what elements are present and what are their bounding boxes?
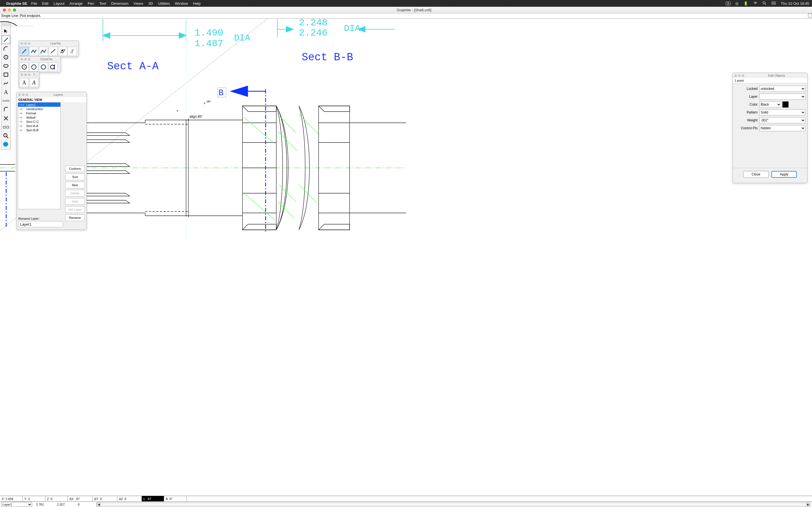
svg-line-41	[278, 131, 297, 151]
text-palette-title[interactable]: T…	[32, 73, 39, 76]
layers-delete-button[interactable]: Delete	[65, 190, 85, 196]
dim2-value-b: 2.246	[299, 27, 327, 38]
line-multi-tool[interactable]	[39, 47, 48, 56]
line-tool[interactable]	[2, 36, 10, 44]
line-palette: LineTia	[18, 41, 79, 57]
select-tool[interactable]	[2, 27, 10, 35]
layers-rename-button[interactable]: Rename	[65, 214, 85, 221]
line-single-tool[interactable]	[20, 47, 29, 56]
window-title: Graphite - [Shaft.vc6]	[16, 8, 406, 12]
view3d-tool[interactable]	[2, 140, 10, 149]
line-palette-title[interactable]: LineTia	[32, 42, 79, 45]
toolbox-grip[interactable]	[1, 23, 10, 26]
svg-point-68	[5, 57, 6, 58]
menu-text[interactable]: Text	[99, 1, 106, 6]
cursor-align-text: align:45°	[190, 115, 203, 119]
circle-palette: CircleTia	[18, 56, 61, 73]
circle-center-tool[interactable]	[20, 62, 29, 71]
auto-tool[interactable]: AUTO	[2, 97, 10, 105]
svg-point-93	[31, 66, 32, 68]
spline-tool[interactable]	[2, 79, 10, 88]
minimize-window-icon[interactable]	[8, 8, 11, 11]
svg-rect-73	[3, 126, 5, 128]
macos-menubar: Graphite SE File Edit Layout Arrange Pen…	[0, 0, 406, 7]
circle-tool[interactable]	[2, 53, 10, 61]
main-toolbox: A AUTO +	[1, 22, 11, 150]
layer-row-sect-aa[interactable]: ◅Sect A-A	[18, 124, 60, 128]
layers-sort-button[interactable]: Sort	[65, 173, 85, 180]
layer-row-format[interactable]: ◅Format	[18, 111, 60, 115]
line-connected-tool[interactable]	[29, 47, 38, 56]
line-construction-tool[interactable]	[68, 47, 77, 56]
text-italic-tool[interactable]: A	[29, 78, 38, 87]
svg-marker-52	[319, 224, 350, 230]
rename-layer-label: Rename Layer:	[18, 217, 63, 220]
menu-views[interactable]: Views	[133, 1, 143, 6]
section-b-label: Sect B-B	[302, 51, 353, 63]
layer-row-sect-cc[interactable]: ◅Sect C-C	[18, 119, 60, 124]
circle-tangent-tool[interactable]	[49, 62, 57, 71]
menu-pen[interactable]: Pen	[88, 1, 94, 6]
text-normal-tool[interactable]: A	[20, 78, 29, 87]
menu-dimension[interactable]: Dimension	[111, 1, 128, 6]
menu-3d[interactable]: 3D	[148, 1, 153, 6]
line-parallel-tool[interactable]	[58, 47, 67, 56]
cursor-snap-on: on	[207, 100, 210, 103]
trim-tool[interactable]	[2, 114, 10, 122]
svg-rect-70	[4, 73, 8, 76]
layers-heading: GENERAL VIEW	[17, 97, 87, 102]
layers-panel: Layers GENERAL VIEW ◅✓Layer1 ◅constructi…	[16, 92, 87, 230]
fillet-tool[interactable]	[2, 105, 10, 114]
dim1-label: DIA	[234, 33, 250, 43]
circle-3point-tool[interactable]	[39, 62, 48, 71]
svg-line-39	[244, 193, 275, 220]
layers-list[interactable]: ◅✓Layer1 ◅construction ◅Format ◅default …	[18, 102, 61, 209]
section-b-arrow-label: B	[218, 88, 223, 98]
layers-hide-button[interactable]: Hide	[65, 198, 85, 205]
layers-new-button[interactable]: New	[65, 182, 85, 188]
svg-point-96	[41, 65, 42, 66]
app-name[interactable]: Graphite SE	[6, 1, 27, 6]
offset-tool[interactable]	[2, 123, 10, 131]
circle-diameter-tool[interactable]	[29, 62, 38, 71]
menu-edit[interactable]: Edit	[42, 1, 48, 6]
ellipse-tool[interactable]	[2, 62, 10, 70]
menu-utilities[interactable]: Utilities	[158, 1, 170, 6]
menu-file[interactable]: File	[31, 1, 37, 6]
text-palette: T… A A	[18, 72, 40, 88]
layer-row-sect-bb[interactable]: ◅Sect B-B	[18, 128, 60, 132]
svg-point-94	[36, 66, 37, 68]
svg-rect-46	[319, 106, 350, 230]
svg-point-101	[54, 66, 55, 68]
svg-line-79	[22, 49, 26, 53]
arc-tool[interactable]	[2, 44, 10, 53]
menu-help[interactable]: Help	[193, 1, 201, 6]
layers-conform-button[interactable]: Conform	[65, 165, 85, 172]
svg-line-38	[244, 117, 275, 144]
layer-row-layer1[interactable]: ◅✓Layer1	[18, 103, 60, 107]
layer-row-default[interactable]: ◅default	[18, 115, 60, 119]
layers-panel-title[interactable]: Layers	[30, 93, 87, 96]
svg-marker-36	[243, 106, 276, 112]
svg-line-44	[299, 114, 319, 134]
menu-layout[interactable]: Layout	[54, 1, 64, 6]
svg-point-82	[44, 52, 45, 53]
text-tool[interactable]: A	[2, 88, 10, 96]
zoom-tool[interactable]: +	[2, 131, 10, 140]
layers-setlayer-button[interactable]: Set Layer	[65, 206, 85, 213]
dim1-value-a: 1.490	[195, 27, 223, 38]
menu-arrange[interactable]: Arrange	[70, 1, 83, 6]
svg-point-98	[43, 69, 44, 70]
circle-palette-title[interactable]: CircleTia	[32, 57, 61, 61]
rectangle-tool[interactable]	[2, 70, 10, 79]
zoom-window-icon[interactable]	[13, 8, 16, 11]
close-window-icon[interactable]	[3, 8, 6, 11]
svg-marker-12	[286, 26, 293, 32]
layer-row-construction[interactable]: ◅construction	[18, 107, 60, 111]
rename-layer-input[interactable]	[18, 221, 63, 227]
line-midpoint-tool[interactable]	[49, 47, 57, 56]
menu-window[interactable]: Window	[175, 1, 188, 6]
svg-line-65	[4, 38, 8, 42]
svg-text:+: +	[188, 118, 190, 122]
command-prompt-text: Single Line: Pick endpoint.	[1, 14, 41, 18]
